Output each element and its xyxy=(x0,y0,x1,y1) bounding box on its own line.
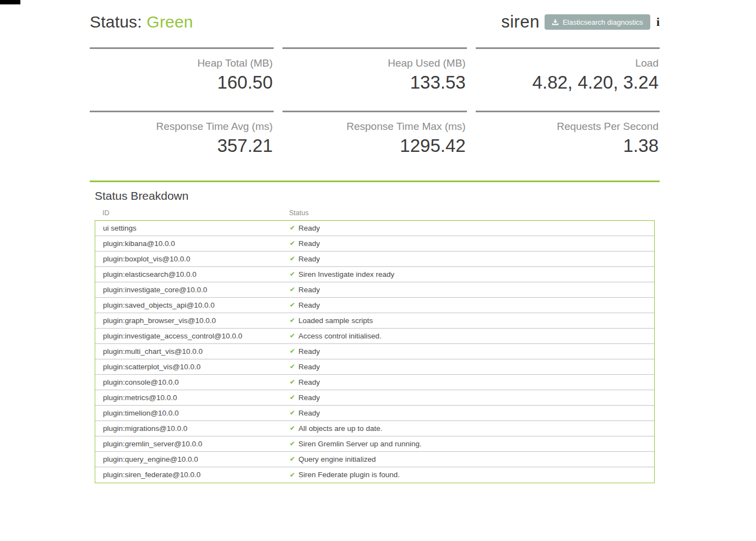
table-row: plugin:multi_chart_vis@10.0.0 ✔ Ready xyxy=(95,344,654,359)
metric-card: Response Time Max (ms) 1295.42 xyxy=(282,111,466,159)
row-id: plugin:graph_browser_vis@10.0.0 xyxy=(95,316,290,325)
check-icon: ✔ xyxy=(290,472,295,478)
check-icon: ✔ xyxy=(290,302,295,308)
table-row: plugin:elasticsearch@10.0.0 ✔ Siren Inve… xyxy=(95,267,654,282)
row-status: ✔ Access control initialised. xyxy=(290,332,654,340)
row-status: ✔ All objects are up to date. xyxy=(290,424,654,433)
row-id: ui settings xyxy=(95,224,290,232)
row-status-text: All objects are up to date. xyxy=(298,424,382,433)
row-status-text: Ready xyxy=(298,409,320,417)
row-status: ✔ Ready xyxy=(290,239,654,248)
table-header-row: ID Status xyxy=(95,209,655,217)
row-id: plugin:saved_objects_api@10.0.0 xyxy=(95,301,290,309)
metric-card: Heap Total (MB) 160.50 xyxy=(90,47,274,95)
check-icon: ✔ xyxy=(290,409,295,416)
row-status-text: Ready xyxy=(298,224,320,232)
table-row: plugin:investigate_access_control@10.0.0… xyxy=(95,329,654,344)
table-row: plugin:scatterplot_vis@10.0.0 ✔ Ready xyxy=(95,359,654,375)
status-page: Status: Green siren Elasticsearch diagno… xyxy=(90,0,660,483)
header-right: siren Elasticsearch diagnostics i xyxy=(501,12,660,32)
row-status-text: Siren Federate plugin is found. xyxy=(298,471,400,479)
row-id: plugin:metrics@10.0.0 xyxy=(95,394,290,402)
row-status-text: Ready xyxy=(298,255,320,263)
table-row: plugin:console@10.0.0 ✔ Ready xyxy=(95,375,654,390)
check-icon: ✔ xyxy=(290,363,295,370)
metric-value: 357.21 xyxy=(90,135,273,156)
row-id: plugin:query_engine@10.0.0 xyxy=(95,455,290,463)
row-status: ✔ Ready xyxy=(290,363,654,371)
metric-label: Response Time Max (ms) xyxy=(282,121,465,133)
diagnostics-button-label: Elasticsearch diagnostics xyxy=(563,18,643,26)
row-id: plugin:console@10.0.0 xyxy=(95,378,290,386)
row-status-text: Ready xyxy=(298,394,320,402)
table-row: plugin:boxplot_vis@10.0.0 ✔ Ready xyxy=(95,252,654,267)
metric-card: Heap Used (MB) 133.53 xyxy=(282,47,466,95)
table-row: plugin:siren_federate@10.0.0 ✔ Siren Fed… xyxy=(95,467,654,483)
metric-label: Heap Total (MB) xyxy=(90,57,273,69)
check-icon: ✔ xyxy=(290,271,295,277)
metrics-grid: Heap Total (MB) 160.50 Heap Used (MB) 13… xyxy=(90,47,660,159)
column-header-id: ID xyxy=(95,209,289,217)
row-id: plugin:migrations@10.0.0 xyxy=(95,424,290,433)
row-status: ✔ Query engine initialized xyxy=(290,455,654,463)
metric-value: 1295.42 xyxy=(282,135,465,156)
row-id: plugin:scatterplot_vis@10.0.0 xyxy=(95,363,290,371)
table-row: plugin:query_engine@10.0.0 ✔ Query engin… xyxy=(95,452,654,467)
check-icon: ✔ xyxy=(290,255,295,262)
check-icon: ✔ xyxy=(290,240,295,247)
row-id: plugin:elasticsearch@10.0.0 xyxy=(95,270,290,278)
metric-card: Load 4.82, 4.20, 3.24 xyxy=(476,47,660,95)
elasticsearch-diagnostics-button[interactable]: Elasticsearch diagnostics xyxy=(545,14,650,30)
top-left-black-bar xyxy=(0,0,20,4)
table-row: plugin:graph_browser_vis@10.0.0 ✔ Loaded… xyxy=(95,313,654,329)
row-id: plugin:investigate_core@10.0.0 xyxy=(95,286,290,294)
row-status: ✔ Siren Investigate index ready xyxy=(290,270,654,278)
row-status-text: Ready xyxy=(298,286,320,294)
row-status: ✔ Ready xyxy=(290,286,654,294)
table-row: plugin:gremlin_server@10.0.0 ✔ Siren Gre… xyxy=(95,436,654,452)
table-row: ui settings ✔ Ready xyxy=(95,221,654,236)
table-row: plugin:saved_objects_api@10.0.0 ✔ Ready xyxy=(95,298,654,313)
metric-label: Requests Per Second xyxy=(476,121,659,133)
row-id: plugin:gremlin_server@10.0.0 xyxy=(95,440,290,448)
table-row: plugin:investigate_core@10.0.0 ✔ Ready xyxy=(95,282,654,298)
row-status: ✔ Ready xyxy=(290,347,654,356)
column-header-status: Status xyxy=(289,209,655,217)
row-status: ✔ Loaded sample scripts xyxy=(290,316,654,325)
row-id: plugin:timelion@10.0.0 xyxy=(95,409,290,417)
check-icon: ✔ xyxy=(290,456,295,462)
row-status-text: Ready xyxy=(298,301,320,309)
row-status: ✔ Ready xyxy=(290,378,654,386)
check-icon: ✔ xyxy=(290,286,295,293)
row-status: ✔ Ready xyxy=(290,224,654,232)
siren-logo: siren xyxy=(501,12,540,32)
metric-card: Response Time Avg (ms) 357.21 xyxy=(90,111,274,159)
row-status-text: Loaded sample scripts xyxy=(298,316,373,325)
row-id: plugin:boxplot_vis@10.0.0 xyxy=(95,255,290,263)
check-icon: ✔ xyxy=(290,225,295,231)
row-status-text: Ready xyxy=(298,363,320,371)
check-icon: ✔ xyxy=(290,317,295,324)
check-icon: ✔ xyxy=(290,348,295,354)
metric-card: Requests Per Second 1.38 xyxy=(476,111,660,159)
metric-value: 160.50 xyxy=(90,72,273,93)
table-row: plugin:metrics@10.0.0 ✔ Ready xyxy=(95,390,654,406)
table-row: plugin:migrations@10.0.0 ✔ All objects a… xyxy=(95,421,654,436)
row-status: ✔ Ready xyxy=(290,255,654,263)
row-id: plugin:siren_federate@10.0.0 xyxy=(95,471,290,479)
row-status-text: Siren Gremlin Server up and running. xyxy=(298,440,422,448)
metric-value: 4.82, 4.20, 3.24 xyxy=(476,72,659,93)
row-status-text: Ready xyxy=(298,378,320,386)
check-icon: ✔ xyxy=(290,332,295,339)
status-table: ui settings ✔ Ready plugin:kibana@10.0.0… xyxy=(95,220,655,483)
metric-label: Load xyxy=(476,57,659,69)
info-icon[interactable]: i xyxy=(655,16,660,28)
row-status-text: Query engine initialized xyxy=(298,455,376,463)
row-status-text: Siren Investigate index ready xyxy=(298,270,394,278)
row-status-text: Ready xyxy=(298,347,320,356)
row-status-text: Access control initialised. xyxy=(298,332,382,340)
metric-value: 133.53 xyxy=(282,72,465,93)
row-id: plugin:kibana@10.0.0 xyxy=(95,239,290,248)
row-status: ✔ Ready xyxy=(290,394,654,402)
check-icon: ✔ xyxy=(290,394,295,401)
